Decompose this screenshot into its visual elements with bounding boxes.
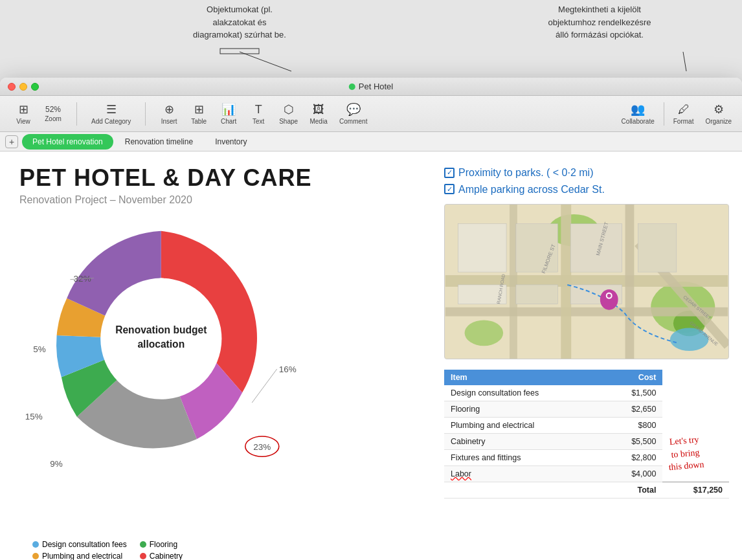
table-header-row: Item Cost	[444, 370, 729, 385]
legend-item: Cabinetry	[140, 552, 234, 560]
svg-line-2	[683, 52, 686, 71]
table-cell: Flooring	[444, 401, 603, 418]
map-svg: FILMORE ST MAIN STREET CEDAR STREET GRAN…	[445, 205, 728, 359]
minimize-button[interactable]	[19, 83, 27, 91]
close-button[interactable]	[8, 83, 16, 91]
legend-item: Plumbing and electrical	[32, 552, 127, 560]
table-cell: Fixtures and fittings	[444, 450, 603, 466]
format-button[interactable]: 🖊 Format	[668, 100, 699, 128]
svg-rect-20	[570, 224, 622, 272]
svg-rect-16	[625, 205, 635, 359]
media-icon: 🖼	[313, 103, 324, 117]
chart-center-label-1: Renovation budget	[115, 324, 207, 335]
table-button[interactable]: ⊞ Table	[185, 100, 213, 128]
toolbar-section-category: ☰ Add Category	[82, 100, 140, 128]
zoom-icon: 52%	[45, 105, 61, 114]
divider-3	[664, 102, 664, 126]
annotation-right: Megtekintheti a kijelölt objektumhoz ren…	[522, 3, 677, 41]
format-icon: 🖊	[678, 103, 690, 117]
add-tab-button[interactable]: +	[5, 135, 18, 148]
comment-button[interactable]: 💬 Comment	[334, 100, 372, 128]
view-icon: ⊞	[19, 102, 28, 117]
tab-renovation-timeline[interactable]: Renovation timeline	[115, 134, 203, 150]
add-category-icon: ☰	[106, 102, 117, 117]
insert-icon: ⊕	[164, 102, 174, 117]
table-row: Flooring$2,650	[444, 401, 729, 418]
handwrite-annotation: Let's try to bring this down	[666, 433, 705, 474]
tab-inventory[interactable]: Inventory	[205, 134, 257, 150]
pct-label-9: 9%	[50, 459, 63, 469]
legend-dot-cabinetry	[140, 553, 146, 559]
organize-icon: ⚙	[714, 102, 724, 117]
toolbar-section-view: ⊞ View 52% Zoom	[5, 100, 71, 128]
table-total-row: Total$17,250	[444, 482, 729, 498]
chart-container: Renovation budget allocation 32% 5% 15% …	[13, 203, 388, 560]
chart-button[interactable]: 📊 Chart	[214, 100, 243, 128]
shape-button[interactable]: ⬡ Shape	[274, 100, 303, 128]
table-cell: $2,650	[603, 401, 663, 418]
annotation-line-2: Ample parking across Cedar St.	[444, 181, 729, 198]
pct-label-16: 16%	[279, 364, 297, 374]
svg-point-33	[607, 294, 611, 298]
svg-rect-1	[220, 49, 259, 54]
collaborate-icon: 👥	[631, 102, 645, 117]
main-content: PET HOTEL & DAY CARE Renovation Project …	[0, 151, 742, 560]
table-cell: $4,000	[603, 466, 663, 482]
annotation-left: Objektumokat (pl. alakzatokat és diagram…	[175, 3, 304, 41]
shape-icon: ⬡	[284, 102, 294, 117]
right-column: Proximity to parks. ( < 0·2 mi) Ample pa…	[444, 164, 729, 498]
traffic-lights	[8, 83, 39, 91]
text-button[interactable]: T Text	[244, 100, 273, 128]
checkbox-2[interactable]	[444, 184, 455, 194]
chart-center-label-2: allocation	[137, 339, 185, 350]
toolbar-section-insert: ⊕ Insert ⊞ Table 📊 Chart T Text ⬡ Shape …	[151, 100, 376, 128]
title-dot	[349, 84, 355, 90]
insert-button[interactable]: ⊕ Insert	[155, 100, 183, 128]
legend-dot-flooring	[140, 541, 146, 548]
media-button[interactable]: 🖼 Media	[304, 100, 333, 128]
chart-icon: 📊	[221, 102, 236, 117]
svg-rect-21	[516, 285, 557, 304]
checkbox-1[interactable]	[444, 168, 455, 178]
pct-label-15: 15%	[25, 412, 43, 421]
table-row: Design consultation fees$1,500	[444, 385, 729, 401]
toolbar-right: 👥 Collaborate 🖊 Format ⚙ Organize	[616, 100, 737, 128]
app-window: Pet Hotel ⊞ View 52% Zoom ☰ Add Category…	[0, 78, 742, 560]
table-cell: $5,500	[603, 434, 663, 450]
annotation-lines-svg	[0, 0, 742, 84]
table-cell: Plumbing and electrical	[444, 418, 603, 434]
table-cell: $2,800	[603, 450, 663, 466]
organize-button[interactable]: ⚙ Organize	[700, 100, 737, 128]
view-button[interactable]: ⊞ View	[9, 100, 38, 128]
svg-line-5	[252, 369, 276, 403]
tab-pet-hotel-renovation[interactable]: Pet Hotel renovation	[22, 134, 113, 150]
zoom-button[interactable]: 52% Zoom	[39, 102, 67, 125]
divider-1	[76, 102, 77, 126]
legend-dot-consult	[32, 541, 39, 548]
table-cell: Labor	[444, 466, 603, 482]
map-container: FILMORE ST MAIN STREET CEDAR STREET GRAN…	[444, 204, 729, 359]
svg-rect-23	[458, 224, 506, 272]
pct-label-23: 23%	[253, 442, 271, 452]
add-category-button[interactable]: ☰ Add Category	[86, 100, 136, 128]
legend-dot-plumbing	[32, 553, 39, 559]
svg-rect-25	[638, 224, 677, 272]
annotation-line-1: Proximity to parks. ( < 0·2 mi)	[444, 164, 729, 181]
divider-2	[145, 102, 146, 126]
svg-rect-14	[445, 308, 728, 317]
table-cell: $1,500	[603, 385, 663, 401]
tabs-bar: + Pet Hotel renovation Renovation timeli…	[0, 132, 742, 151]
pct-label-5: 5%	[33, 344, 46, 354]
fullscreen-button[interactable]	[31, 83, 39, 91]
window-title: Pet Hotel	[349, 82, 393, 91]
handwritten-annotations: Proximity to parks. ( < 0·2 mi) Ample pa…	[444, 164, 729, 197]
table-icon: ⊞	[194, 102, 204, 117]
text-icon: T	[255, 103, 262, 117]
comment-icon: 💬	[346, 102, 361, 117]
page: PET HOTEL & DAY CARE Renovation Project …	[0, 151, 742, 560]
table-cell: $800	[603, 418, 663, 434]
svg-line-0	[240, 52, 291, 71]
table-row: Plumbing and electrical$800	[444, 418, 729, 434]
svg-point-11	[465, 320, 504, 346]
collaborate-button[interactable]: 👥 Collaborate	[616, 100, 660, 128]
